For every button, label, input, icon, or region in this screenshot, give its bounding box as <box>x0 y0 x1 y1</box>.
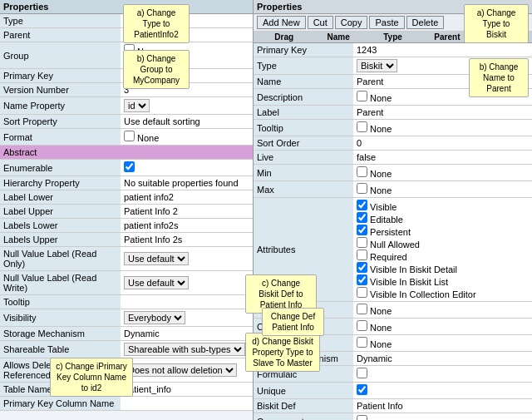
value-r-min: None <box>353 165 532 181</box>
label-r-min: Min <box>254 165 353 181</box>
label-label-upper: Label Upper <box>0 205 121 219</box>
label-r-rows: Rows <box>254 302 353 319</box>
table-row: Columns None <box>254 319 532 335</box>
attr-null-allowed[interactable] <box>357 237 367 248</box>
cut-button[interactable]: Cut <box>308 16 333 29</box>
attr-visible-list[interactable] <box>357 274 367 285</box>
label-label-lower: Label Lower <box>0 190 121 205</box>
table-row: Min None <box>254 165 532 181</box>
table-row: Biskit Def Patient Info <box>254 399 532 413</box>
attr-visible-detail[interactable] <box>357 262 367 273</box>
table-row: Storage Mechanism Dynamic <box>254 352 532 366</box>
min-checkbox[interactable] <box>357 166 367 177</box>
table-row: Max None <box>254 181 532 198</box>
table-row: Abstract <box>0 146 253 160</box>
desc-checkbox[interactable] <box>357 91 367 101</box>
label-r-label: Label <box>254 106 353 120</box>
value-shareable: Shareable with sub-types <box>121 341 253 358</box>
label-r-component: Component <box>254 413 353 421</box>
label-r-biskit-def: Biskit Def <box>254 399 353 413</box>
label-r-unique: Unique <box>254 383 353 399</box>
value-tooltip <box>121 295 253 309</box>
unique-checkbox[interactable] <box>357 384 367 395</box>
label-r-group: Group <box>254 335 353 352</box>
value-r-live: false <box>353 151 532 165</box>
visibility-select[interactable]: Everybody <box>124 311 185 324</box>
label-parent: Parent <box>0 28 121 42</box>
value-enumerable <box>121 160 253 176</box>
paste-button[interactable]: Paste <box>369 16 404 29</box>
enumerable-checkbox[interactable] <box>124 161 135 172</box>
table-row: Table Name patient_info <box>0 383 253 397</box>
max-checkbox[interactable] <box>357 183 367 194</box>
value-visibility: Everybody <box>121 309 253 327</box>
format-checkbox[interactable] <box>124 131 135 141</box>
label-r-columns: Columns <box>254 319 353 335</box>
attr-editable[interactable] <box>357 212 367 223</box>
label-null-ro: Null Value Label (Read Only) <box>0 247 121 271</box>
shareable-select[interactable]: Shareable with sub-types <box>124 343 245 356</box>
value-label-upper: Patient Info 2 <box>121 205 253 219</box>
label-shareable: Shareable Table <box>0 341 121 358</box>
right-panel: Properties Add New Cut Copy Paste Delete… <box>254 0 532 420</box>
value-abstract <box>121 146 253 160</box>
value-r-description: None <box>353 89 532 106</box>
copy-button[interactable]: Copy <box>335 16 368 29</box>
label-enumerable: Enumerable <box>0 160 121 176</box>
table-row: Primary Key Column Name <box>0 397 253 411</box>
value-r-label: Parent <box>353 106 532 120</box>
table-row: Name Property id <box>0 97 253 115</box>
label-sort-property: Sort Property <box>0 115 121 129</box>
table-row: Tooltip <box>0 295 253 309</box>
value-r-name: Parent <box>353 75 532 89</box>
rows-checkbox[interactable] <box>357 304 367 314</box>
value-r-storage: Dynamic <box>353 352 532 366</box>
none-checkbox[interactable] <box>124 44 135 55</box>
tooltip-checkbox[interactable] <box>357 121 367 132</box>
table-row: Name Parent <box>254 75 532 89</box>
table-row: Format None <box>0 129 253 146</box>
formulaic-checkbox[interactable] <box>357 368 367 378</box>
label-version-number: Version Number <box>0 83 121 97</box>
table-row: Primary Key 1243 <box>254 43 532 57</box>
value-r-columns: None <box>353 319 532 335</box>
name-property-select[interactable]: id <box>124 99 150 112</box>
table-row: Shareable Table Shareable with sub-types <box>0 341 253 358</box>
attr-visible[interactable] <box>357 200 367 210</box>
delete-button[interactable]: Delete <box>406 16 445 29</box>
col-header-parent: Parent <box>420 32 474 42</box>
col-header-name: Name <box>311 32 365 42</box>
label-r-tooltip: Tooltip <box>254 120 353 136</box>
columns-checkbox[interactable] <box>357 320 367 331</box>
type-select[interactable]: Biskit <box>357 59 397 72</box>
value-r-group: None <box>353 335 532 352</box>
table-row: Live false <box>254 151 532 165</box>
value-table-name: patient_info <box>121 383 253 397</box>
value-type: PatientInfo2 <box>121 14 253 28</box>
null-rw-select[interactable]: Use default <box>124 276 189 289</box>
table-row: Group None MyCompany <box>0 42 253 69</box>
toolbar: Add New Cut Copy Paste Delete <box>254 14 532 32</box>
label-group: Group <box>0 42 121 69</box>
right-properties-table: Primary Key 1243 Type Biskit Name Parent… <box>254 43 532 420</box>
group-checkbox[interactable] <box>357 337 367 348</box>
value-sort-property: Use default sorting <box>121 115 253 129</box>
value-storage: Dynamic <box>121 327 253 341</box>
value-group: None MyCompany <box>121 42 253 69</box>
label-hierarchy-property: Hierarchy Property <box>0 176 121 190</box>
value-deletion: Does not allow deletion <box>121 358 253 383</box>
label-storage: Storage Mechanism <box>0 327 121 341</box>
attr-persistent[interactable] <box>357 225 367 235</box>
table-row: Component <box>254 413 532 421</box>
label-r-pk: Primary Key <box>254 43 353 57</box>
label-r-description: Description <box>254 89 353 106</box>
main-container: Properties Type PatientInfo2 Parent None… <box>0 0 532 420</box>
component-checkbox[interactable] <box>357 415 367 420</box>
value-name-property: id <box>121 97 253 115</box>
null-ro-select[interactable]: Use default <box>124 252 189 265</box>
add-new-button[interactable]: Add New <box>257 16 306 29</box>
attr-visible-editor[interactable] <box>357 287 367 298</box>
value-r-max: None <box>353 181 532 198</box>
attr-required[interactable] <box>357 250 367 260</box>
deletion-select[interactable]: Does not allow deletion <box>124 363 237 377</box>
